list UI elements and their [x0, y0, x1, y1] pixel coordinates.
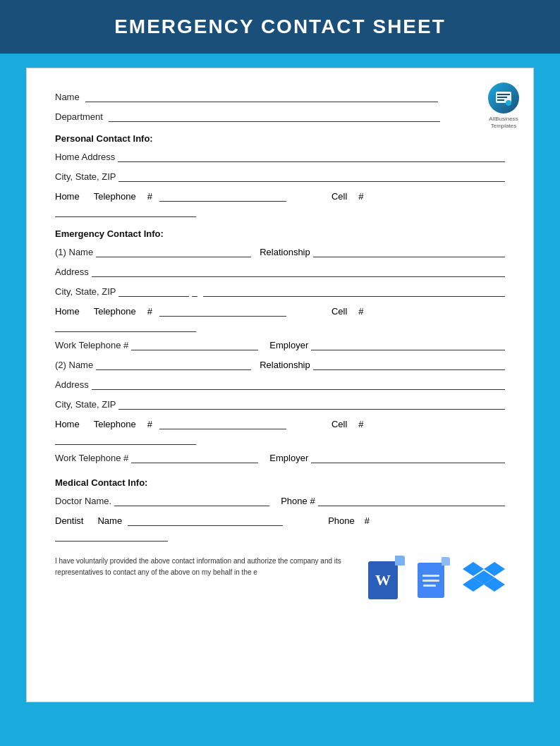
c1-addr-label: Address	[55, 267, 89, 277]
footer-area: I have voluntarily provided the above co…	[55, 556, 505, 599]
dentist-phone-line	[55, 529, 168, 542]
c2-rel-label: Relationship	[260, 360, 310, 370]
c1-address-row: Address	[55, 264, 505, 277]
c1-employer-line	[311, 338, 505, 350]
personal-tel-block: Home Telephone # Cell #	[55, 189, 505, 217]
tel-label-p: Telephone	[94, 191, 136, 202]
dentist-label: Dentist	[55, 515, 83, 526]
contact1-name-row: (1) Name Relationship	[55, 245, 505, 257]
dentist-row1: Dentist Name Phone #	[55, 513, 505, 526]
dept-line	[109, 109, 440, 122]
c2-employer-label: Employer	[269, 453, 308, 463]
c2-city-label: City, State, ZIP	[55, 399, 116, 410]
phone-label: Phone #	[281, 496, 315, 506]
c2-work-label: Work Telephone #	[55, 453, 128, 463]
doctor-phone-line	[318, 494, 505, 506]
svg-rect-3	[497, 99, 504, 101]
c1-work-label: Work Telephone #	[55, 340, 128, 350]
docs-icon[interactable]	[418, 557, 450, 598]
c1-rel-line	[313, 245, 505, 257]
c1-work-line	[131, 338, 258, 350]
hash-label-p: #	[147, 191, 152, 202]
form-sheet: AllBusinessTemplates Name Department Per…	[26, 68, 534, 702]
dentist-hash: #	[365, 515, 370, 526]
home-address-label: Home Address	[55, 152, 115, 162]
c1-cell-line	[55, 319, 196, 332]
personal-tel-row1: Home Telephone # Cell #	[55, 189, 505, 202]
home-address-line	[118, 149, 505, 162]
doctor-label: Doctor Name.	[55, 496, 111, 506]
c2-cell-label: Cell	[331, 419, 347, 429]
dropbox-icon[interactable]	[463, 559, 505, 596]
contact2-name-row: (2) Name Relationship	[55, 357, 505, 370]
c1-cell-hash: #	[358, 306, 363, 317]
c2-tel-label: Telephone	[94, 419, 136, 429]
dentist-phone-label: Phone	[328, 515, 355, 526]
logo-area: AllBusinessTemplates	[488, 82, 519, 130]
home-label-p: Home	[55, 191, 80, 202]
cell-hash-p: #	[358, 191, 363, 202]
c2-cell-line	[55, 432, 196, 445]
name-line	[85, 90, 438, 102]
c2-name-label: (2) Name	[55, 360, 93, 370]
c2-employer-line	[311, 451, 505, 463]
c1-cell-label: Cell	[331, 306, 347, 317]
dentist-block: Dentist Name Phone #	[55, 513, 505, 542]
emergency-section-title: Emergency Contact Info:	[55, 228, 505, 239]
name-row: Name	[55, 90, 505, 102]
c1-city-label: City, State, ZIP	[55, 286, 116, 297]
c2-work-row: Work Telephone # Employer	[55, 451, 505, 463]
c1-rel-label: Relationship	[260, 247, 310, 257]
doctor-row: Doctor Name. Phone #	[55, 494, 505, 506]
c2-tel-block: Home Telephone # Cell #	[55, 417, 505, 445]
logo-text: AllBusinessTemplates	[489, 116, 518, 130]
c1-name-label: (1) Name	[55, 247, 93, 257]
c1-work-row: Work Telephone # Employer	[55, 338, 505, 350]
c1-employer-label: Employer	[269, 340, 308, 350]
c2-home-label: Home	[55, 419, 80, 429]
dept-row: Department	[55, 109, 505, 122]
c2-addr-label: Address	[55, 379, 89, 390]
page-header: EMERGENCY CONTACT SHEET	[0, 0, 560, 54]
c1-tel-block: Home Telephone # Cell #	[55, 304, 505, 332]
c2-hash: #	[147, 419, 152, 429]
c2-city-line	[118, 397, 505, 410]
city-state-line	[118, 169, 505, 182]
c1-city-line1	[118, 284, 189, 297]
c1-city-row: City, State, ZIP _	[55, 284, 505, 297]
word-icon[interactable]: W	[368, 556, 405, 599]
name-label: Name	[55, 92, 80, 102]
logo-icon	[488, 82, 519, 114]
doctor-line	[114, 494, 269, 506]
medical-section-title: Medical Contact Info:	[55, 477, 505, 488]
footer-icons[interactable]: W	[368, 556, 505, 599]
personal-cell-line	[55, 204, 196, 217]
c2-cell-hash: #	[358, 419, 363, 429]
page-title: EMERGENCY CONTACT SHEET	[0, 16, 560, 38]
city-state-zip-row: City, State, ZIP	[55, 169, 505, 182]
c1-name-line	[96, 245, 251, 257]
svg-point-4	[506, 100, 511, 106]
c1-city-line2	[203, 284, 505, 297]
svg-rect-2	[497, 97, 507, 98]
city-state-label: City, State, ZIP	[55, 171, 116, 182]
c1-addr-line	[92, 264, 505, 277]
c1-tel-row1: Home Telephone # Cell #	[55, 304, 505, 317]
personal-section-title: Personal Contact Info:	[55, 133, 505, 144]
svg-rect-1	[497, 94, 510, 95]
home-address-row: Home Address	[55, 149, 505, 162]
dept-label: Department	[55, 111, 103, 122]
c1-home-label: Home	[55, 306, 80, 317]
c2-address-row: Address	[55, 377, 505, 390]
cell-label-p: Cell	[331, 191, 347, 202]
c2-city-row: City, State, ZIP	[55, 397, 505, 410]
c2-addr-line	[92, 377, 505, 390]
c2-name-line	[96, 357, 251, 370]
c2-rel-line	[313, 357, 505, 370]
dentist-name-label: Name	[97, 515, 122, 526]
dentist-name-line	[128, 513, 283, 526]
c2-tel-line	[159, 417, 286, 429]
c2-tel-row1: Home Telephone # Cell #	[55, 417, 505, 429]
c1-hash: #	[147, 306, 152, 317]
footer-text: I have voluntarily provided the above co…	[55, 556, 368, 578]
